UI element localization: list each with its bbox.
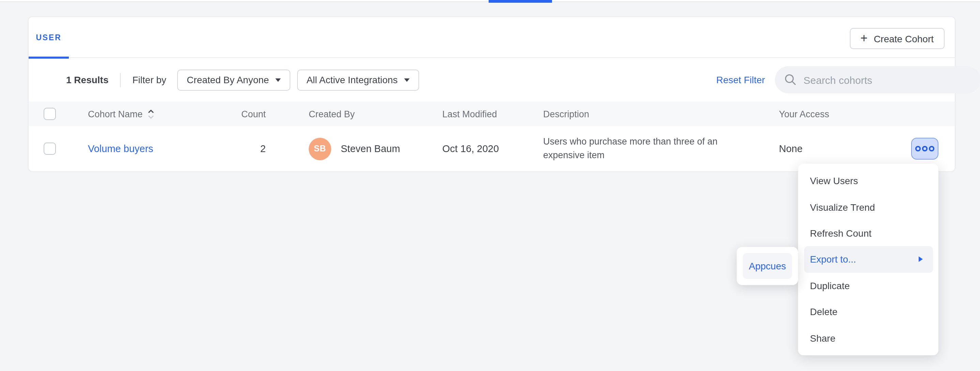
last-modified-date: Oct 16, 2020 <box>442 143 499 154</box>
created-by-dropdown[interactable]: Created By Anyone <box>177 69 290 90</box>
header-your-access[interactable]: Your Access <box>779 109 829 119</box>
tab-bar: USER + Create Cohort <box>29 17 955 58</box>
menu-item-duplicate[interactable]: Duplicate <box>798 272 939 299</box>
dot-icon <box>916 146 921 151</box>
menu-item-export-to[interactable]: Export to... <box>804 246 932 272</box>
menu-item-export-label: Export to... <box>810 254 856 265</box>
dot-icon <box>923 146 928 151</box>
cohorts-card: USER + Create Cohort 1 Results Filter by… <box>28 16 956 171</box>
created-by-dropdown-label: Created By Anyone <box>187 74 269 85</box>
submenu-item-appcues[interactable]: Appcues <box>743 253 792 279</box>
tab-user[interactable]: USER <box>29 17 69 58</box>
active-nav-tab-indicator <box>488 0 552 3</box>
plus-icon: + <box>861 32 867 44</box>
menu-item-refresh-count[interactable]: Refresh Count <box>798 220 939 247</box>
avatar: SB <box>309 137 331 160</box>
filter-bar: 1 Results Filter by Created By Anyone Al… <box>66 66 945 94</box>
created-by-name: Steven Baum <box>341 143 400 154</box>
row-checkbox[interactable] <box>44 143 56 155</box>
reset-filter-link[interactable]: Reset Filter <box>716 66 765 94</box>
menu-item-visualize-trend[interactable]: Visualize Trend <box>798 194 939 220</box>
create-cohort-label: Create Cohort <box>874 33 934 44</box>
create-cohort-button[interactable]: + Create Cohort <box>850 28 945 49</box>
header-count[interactable]: Count <box>241 109 266 119</box>
menu-item-delete[interactable]: Delete <box>798 299 939 325</box>
header-cohort-name[interactable]: Cohort Name <box>88 109 143 119</box>
row-actions-menu: View Users Visualize Trend Refresh Count… <box>798 164 939 355</box>
search-box[interactable] <box>775 66 980 94</box>
filter-by-label: Filter by <box>132 74 167 85</box>
search-icon <box>784 74 797 86</box>
results-count: 1 Results <box>66 74 109 85</box>
select-all-checkbox[interactable] <box>44 108 56 120</box>
row-actions-button[interactable] <box>911 138 939 159</box>
cohort-count: 2 <box>260 143 266 154</box>
sort-icon[interactable] <box>148 109 155 119</box>
your-access-value: None <box>779 143 802 154</box>
tab-active-underline <box>29 57 69 59</box>
tab-user-label: USER <box>36 33 61 41</box>
page: USER + Create Cohort 1 Results Filter by… <box>0 0 980 371</box>
chevron-right-icon <box>918 257 923 262</box>
menu-item-share[interactable]: Share <box>798 325 939 351</box>
table-header-row: Cohort Name Count Created By Last Modifi… <box>29 102 955 126</box>
description-line-1: Users who purchase more than three of an <box>543 135 718 149</box>
divider <box>120 73 121 87</box>
cohort-description: Users who purchase more than three of an… <box>543 135 718 162</box>
header-created-by[interactable]: Created By <box>309 109 355 119</box>
integrations-dropdown-label: All Active Integrations <box>306 74 398 85</box>
export-submenu: Appcues <box>737 247 798 285</box>
integrations-dropdown[interactable]: All Active Integrations <box>297 69 419 90</box>
search-input[interactable] <box>803 74 971 86</box>
header-description[interactable]: Description <box>543 109 589 119</box>
dot-icon <box>929 146 934 151</box>
chevron-down-icon <box>404 78 409 81</box>
description-line-2: expensive item <box>543 149 718 162</box>
chevron-down-icon <box>275 78 280 81</box>
cohort-name-link[interactable]: Volume buyers <box>88 143 153 154</box>
header-last-modified[interactable]: Last Modified <box>442 109 497 119</box>
menu-item-view-users[interactable]: View Users <box>798 168 939 194</box>
